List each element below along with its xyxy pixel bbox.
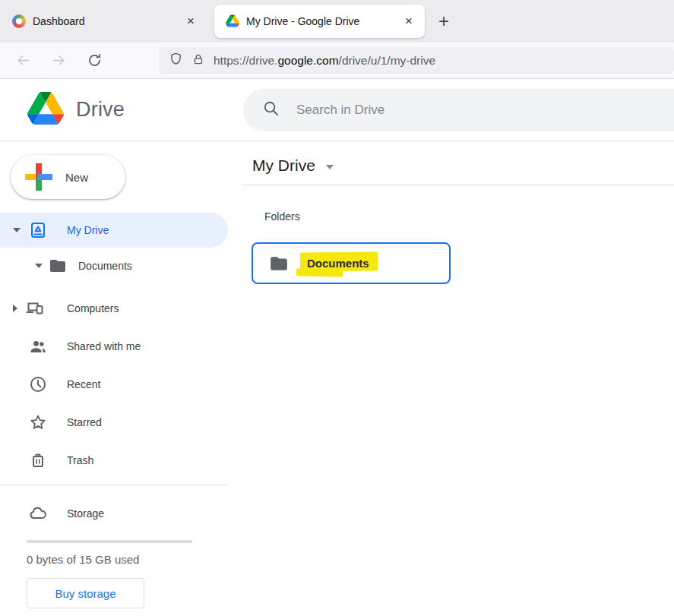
url-domain: google.com <box>277 54 338 67</box>
drive-header: Drive <box>0 79 674 141</box>
navigation-toolbar: https://drive.google.com/drive/u/1/my-dr… <box>0 43 674 79</box>
sidebar-item-my-drive[interactable]: My Drive <box>0 213 228 248</box>
google-plus-icon <box>25 163 52 191</box>
drive-logo-area[interactable]: Drive <box>0 92 243 128</box>
tab-bar: Dashboard × My Drive - Google Drive × + <box>0 0 674 43</box>
sidebar-item-label: Storage <box>67 507 104 520</box>
my-drive-icon <box>29 221 47 239</box>
sidebar-divider <box>0 485 228 485</box>
clock-icon <box>29 375 47 393</box>
reload-button-icon[interactable] <box>87 52 103 68</box>
folder-card-documents[interactable]: Documents <box>252 242 451 284</box>
new-button[interactable]: New <box>11 155 125 199</box>
drive-sidebar: New My Drive <box>0 141 228 615</box>
new-button-label: New <box>65 171 88 184</box>
dashboard-favicon-icon <box>12 14 26 28</box>
sidebar-item-recent[interactable]: Recent <box>0 365 228 403</box>
url-path: /drive/u/1/my-drive <box>339 54 435 67</box>
content-divider <box>242 185 674 185</box>
search-input[interactable] <box>296 103 584 118</box>
chevron-down-icon[interactable] <box>326 165 334 169</box>
sidebar-nav: My Drive Documents <box>0 213 228 608</box>
chevron-down-icon[interactable] <box>13 228 21 232</box>
url-text: https://drive.google.com/drive/u/1/my-dr… <box>214 54 435 68</box>
sidebar-item-trash[interactable]: Trash <box>0 441 228 479</box>
chevron-right-icon[interactable] <box>13 305 17 312</box>
sidebar-item-label: Shared with me <box>67 340 141 352</box>
computers-icon <box>26 299 44 317</box>
sidebar-item-label: My Drive <box>67 224 109 236</box>
chevron-down-icon[interactable] <box>35 264 43 268</box>
drive-logo-icon <box>27 92 64 128</box>
folder-icon <box>269 254 289 273</box>
folders-section-label: Folders <box>264 210 674 223</box>
tab-title: Dashboard <box>33 15 184 27</box>
people-icon <box>29 337 47 355</box>
sidebar-item-shared-with-me[interactable]: Shared with me <box>0 327 228 365</box>
folder-name-text: Documents <box>307 257 369 270</box>
drive-favicon-icon <box>226 14 239 28</box>
storage-progress-bar <box>27 540 192 543</box>
drive-search-bar[interactable] <box>243 89 674 131</box>
shield-icon[interactable] <box>169 52 183 69</box>
sidebar-item-storage[interactable]: Storage <box>0 494 228 532</box>
tab-close-icon[interactable]: × <box>402 14 416 29</box>
folder-name: Documents <box>302 253 377 274</box>
search-icon[interactable] <box>262 100 280 120</box>
page-title: My Drive <box>252 156 315 175</box>
tab-my-drive[interactable]: My Drive - Google Drive × <box>214 5 425 38</box>
sidebar-item-label: Recent <box>67 378 100 390</box>
forward-button-icon[interactable] <box>51 52 67 68</box>
tab-title: My Drive - Google Drive <box>246 15 402 27</box>
drive-main-content: My Drive Folders Documents <box>228 141 674 615</box>
address-bar[interactable]: https://drive.google.com/drive/u/1/my-dr… <box>159 47 674 74</box>
back-button-icon[interactable] <box>15 52 31 68</box>
tab-dashboard[interactable]: Dashboard × <box>0 0 205 43</box>
star-icon <box>29 413 47 431</box>
buy-storage-button[interactable]: Buy storage <box>27 578 144 608</box>
lock-icon[interactable] <box>191 52 205 69</box>
sidebar-item-documents[interactable]: Documents <box>0 248 228 283</box>
url-prefix: https://drive. <box>214 54 277 67</box>
sidebar-item-label: Documents <box>78 260 132 272</box>
sidebar-item-label: Starred <box>67 416 102 428</box>
page-title-row[interactable]: My Drive <box>252 155 674 176</box>
tab-close-icon[interactable]: × <box>184 14 198 29</box>
sidebar-item-label: Computers <box>67 302 119 314</box>
new-tab-button[interactable]: + <box>438 12 449 30</box>
folder-icon <box>49 257 67 275</box>
drive-brand-text: Drive <box>76 98 125 122</box>
sidebar-item-label: Trash <box>67 454 93 466</box>
sidebar-item-computers[interactable]: Computers <box>0 289 228 327</box>
cloud-icon <box>29 504 47 523</box>
storage-usage-text: 0 bytes of 15 GB used <box>27 553 228 566</box>
browser-window: Dashboard × My Drive - Google Drive × + <box>0 0 674 616</box>
trash-icon <box>29 451 47 469</box>
sidebar-item-starred[interactable]: Starred <box>0 403 228 441</box>
